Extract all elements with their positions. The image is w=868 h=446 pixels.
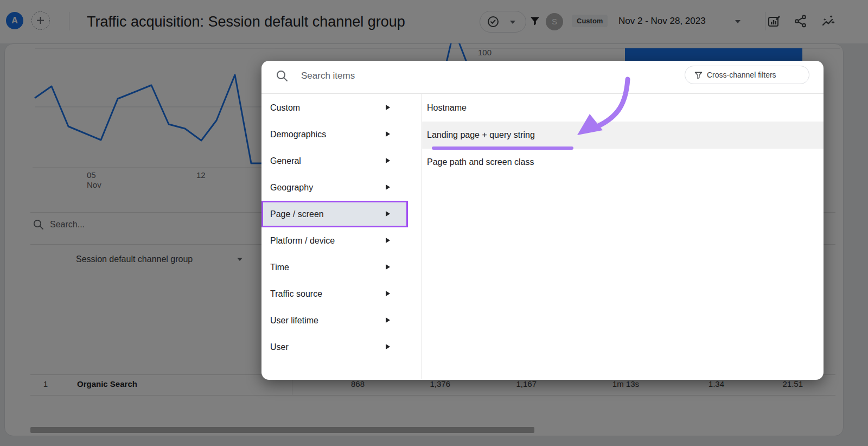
menu-item-user-lifetime[interactable]: User lifetime: [261, 307, 408, 334]
menu-item-time[interactable]: Time: [261, 254, 408, 281]
submenu-item-hostname[interactable]: Hostname: [422, 94, 824, 122]
submenu-arrow-icon: [386, 264, 390, 270]
menu-item-page-screen[interactable]: Page / screen: [261, 201, 408, 227]
submenu-arrow-icon: [386, 105, 390, 110]
submenu-arrow-icon: [386, 211, 390, 216]
menu-item-platform-device[interactable]: Platform / device: [261, 227, 408, 254]
menu-item-geography[interactable]: Geography: [261, 174, 408, 201]
submenu-arrow-icon: [386, 238, 390, 243]
dimension-picker-dialog: Search items Cross-channel filters Custo…: [261, 61, 824, 380]
menu-item-general[interactable]: General: [261, 148, 408, 174]
search-input[interactable]: Search items: [301, 69, 355, 82]
submenu-arrow-icon: [386, 344, 390, 349]
submenu-item-landing-page-query-string[interactable]: Landing page + query string: [422, 122, 824, 149]
cross-channel-filters-label: Cross-channel filters: [707, 66, 776, 84]
annotation-underline: [432, 146, 573, 150]
dialog-divider: [261, 93, 824, 94]
submenu-arrow-icon: [386, 184, 390, 190]
menu-item-custom[interactable]: Custom: [261, 94, 408, 121]
search-icon: [276, 69, 289, 82]
submenu-arrow-icon: [386, 131, 390, 137]
filter-outline-icon: [694, 71, 703, 80]
screen: 05 Nov 12 100 A Traffic acquisition: Ses…: [0, 0, 868, 446]
submenu-arrow-icon: [386, 317, 390, 323]
menu-item-demographics[interactable]: Demographics: [261, 121, 408, 148]
menu-item-user[interactable]: User: [261, 334, 408, 360]
cross-channel-filters-button[interactable]: Cross-channel filters: [685, 66, 809, 84]
submenu-arrow-icon: [386, 291, 390, 296]
submenu-arrow-icon: [386, 158, 390, 163]
menu-item-traffic-source[interactable]: Traffic source: [261, 281, 408, 307]
submenu-item-page-path-screen-class[interactable]: Page path and screen class: [422, 149, 824, 176]
